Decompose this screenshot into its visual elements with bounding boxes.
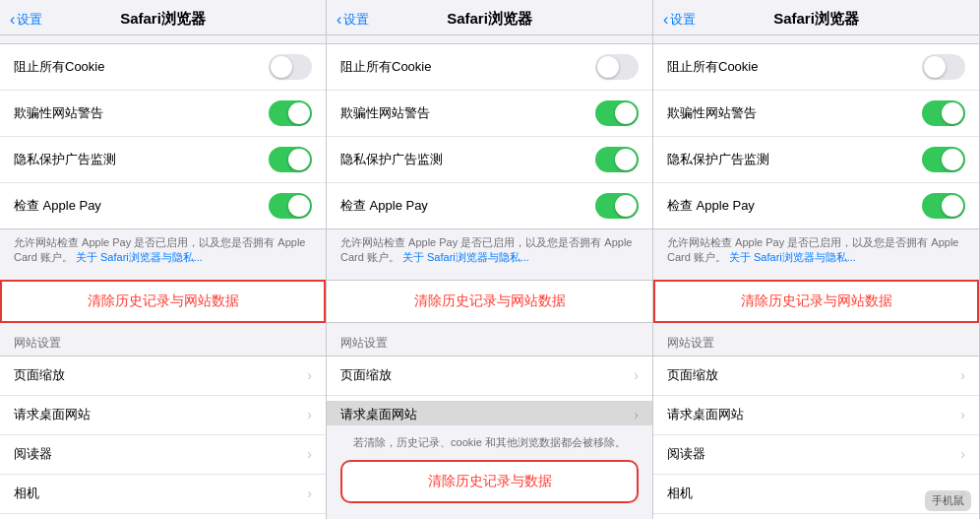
- clear-history-label-3: 清除历史记录与网站数据: [741, 292, 892, 310]
- chevron-right-icon-3c: ›: [960, 446, 965, 462]
- row-zoom-2[interactable]: 页面缩放 ›: [327, 357, 652, 396]
- row-applepay-2: 检查 Apple Pay: [327, 183, 652, 228]
- row-zoom-3[interactable]: 页面缩放 ›: [653, 357, 979, 396]
- label-applepay-1: 检查 Apple Pay: [14, 197, 101, 215]
- back-label-2: 设置: [343, 11, 369, 29]
- applepay-link-1[interactable]: 关于 Safari浏览器与隐私...: [76, 251, 203, 263]
- toggle-privacy-3[interactable]: [922, 147, 965, 172]
- toggle-cookie-2[interactable]: [595, 54, 639, 80]
- clear-history-btn-1[interactable]: 清除历史记录与网站数据: [0, 280, 326, 323]
- row-mic-1[interactable]: 麦克风 ›: [0, 514, 326, 519]
- nav-title-3: Safari浏览器: [773, 10, 859, 29]
- applepay-link-2[interactable]: 关于 Safari浏览器与隐私...: [402, 251, 529, 263]
- back-button-3[interactable]: ‹ 设置: [663, 11, 696, 29]
- popup-clear-btn[interactable]: 清除历史记录与数据: [340, 460, 639, 503]
- back-button-2[interactable]: ‹ 设置: [337, 11, 369, 29]
- popup-overlay-2: 若清除，历史记录、cookie 和其他浏览数据都会被移除。 清除历史记录与数据: [327, 401, 652, 519]
- toggle-cookie-1[interactable]: [269, 54, 312, 80]
- label-applepay-3: 检查 Apple Pay: [667, 197, 755, 215]
- row-phishing-1: 欺骗性网站警告: [0, 91, 326, 137]
- section-header-3: 网站设置: [653, 329, 979, 356]
- chevron-right-icon-3a: ›: [960, 367, 965, 383]
- label-privacy-1: 隐私保护广告监测: [14, 151, 116, 168]
- label-cookie-3: 阻止所有Cookie: [667, 58, 758, 76]
- label-applepay-2: 检查 Apple Pay: [340, 197, 428, 215]
- row-reader-1[interactable]: 阅读器 ›: [0, 435, 326, 475]
- privacy-group-2: 阻止所有Cookie 欺骗性网站警告 隐私保护广告监测 检查 Apple Pay: [327, 43, 652, 229]
- nav-title-2: Safari浏览器: [447, 10, 532, 29]
- label-privacy-3: 隐私保护广告监测: [667, 151, 769, 168]
- panel-1: ‹ 设置 Safari浏览器 阻止所有Cookie 欺骗性网站警告 隐私保护广告…: [0, 0, 327, 519]
- label-cookie-1: 阻止所有Cookie: [14, 58, 104, 76]
- toggle-privacy-2[interactable]: [595, 147, 639, 172]
- section-header-2: 网站设置: [327, 329, 652, 356]
- toggle-phishing-2[interactable]: [595, 100, 639, 126]
- label-cookie-2: 阻止所有Cookie: [340, 58, 431, 76]
- row-privacy-2: 隐私保护广告监测: [327, 137, 652, 183]
- row-phishing-2: 欺骗性网站警告: [327, 91, 652, 137]
- row-mic-3[interactable]: 麦克风 ›: [653, 514, 979, 519]
- toggle-cookie-3[interactable]: [922, 54, 965, 80]
- chevron-right-icon-1b: ›: [307, 407, 312, 422]
- toggle-applepay-2[interactable]: [595, 193, 639, 219]
- nav-bar-3: ‹ 设置 Safari浏览器: [653, 0, 979, 35]
- popup-clear-label: 清除历史记录与数据: [428, 473, 552, 490]
- row-privacy-3: 隐私保护广告监测: [653, 137, 979, 183]
- toggle-privacy-1[interactable]: [269, 147, 312, 172]
- privacy-group-3: 阻止所有Cookie 欺骗性网站警告 隐私保护广告监测 检查 Apple Pay: [653, 43, 979, 229]
- chevron-right-icon-1d: ›: [307, 486, 312, 501]
- applepay-desc-3: 允许网站检查 Apple Pay 是否已启用，以及您是否拥有 Apple Car…: [653, 229, 979, 274]
- row-reader-3[interactable]: 阅读器 ›: [653, 435, 979, 475]
- row-privacy-1: 隐私保护广告监测: [0, 137, 326, 183]
- back-button-1[interactable]: ‹ 设置: [10, 11, 42, 29]
- clear-history-btn-2[interactable]: 清除历史记录与网站数据: [327, 280, 652, 323]
- chevron-right-icon-1c: ›: [307, 446, 312, 462]
- settings-content-3: 阻止所有Cookie 欺骗性网站警告 隐私保护广告监测 检查 Apple Pay…: [653, 35, 979, 519]
- chevron-left-icon-1: ‹: [10, 12, 15, 28]
- row-applepay-1: 检查 Apple Pay: [0, 183, 326, 228]
- toggle-phishing-1[interactable]: [269, 100, 312, 126]
- panel-2: ‹ 设置 Safari浏览器 阻止所有Cookie 欺骗性网站警告 隐私保护广告…: [327, 0, 653, 519]
- section-header-1: 网站设置: [0, 329, 326, 356]
- settings-content-1: 阻止所有Cookie 欺骗性网站警告 隐私保护广告监测 检查 Apple Pay…: [0, 35, 326, 519]
- back-label-1: 设置: [17, 11, 42, 29]
- row-applepay-3: 检查 Apple Pay: [653, 183, 979, 228]
- toggle-applepay-1[interactable]: [269, 193, 312, 219]
- toggle-phishing-3[interactable]: [922, 100, 965, 126]
- chevron-right-icon-2a: ›: [634, 367, 639, 383]
- watermark: 手机鼠: [925, 490, 971, 511]
- row-desktop-1[interactable]: 请求桌面网站 ›: [0, 396, 326, 435]
- row-camera-1[interactable]: 相机 ›: [0, 475, 326, 514]
- toggle-applepay-3[interactable]: [922, 193, 965, 219]
- row-zoom-1[interactable]: 页面缩放 ›: [0, 357, 326, 396]
- panel-3: ‹ 设置 Safari浏览器 阻止所有Cookie 欺骗性网站警告 隐私保护广告…: [653, 0, 980, 519]
- label-privacy-2: 隐私保护广告监测: [340, 151, 443, 168]
- row-cookie-3: 阻止所有Cookie: [653, 44, 979, 91]
- row-desktop-3[interactable]: 请求桌面网站 ›: [653, 396, 979, 435]
- nav-rows-group-1: 页面缩放 › 请求桌面网站 › 阅读器 › 相机 › 麦克风 › 位置 ›: [0, 356, 326, 519]
- label-phishing-1: 欺骗性网站警告: [14, 104, 103, 122]
- row-cookie-1: 阻止所有Cookie: [0, 44, 326, 91]
- nav-bar-2: ‹ 设置 Safari浏览器: [327, 0, 652, 35]
- clear-history-label-1: 清除历史记录与网站数据: [88, 292, 239, 310]
- label-phishing-3: 欺骗性网站警告: [667, 104, 757, 122]
- nav-bar-1: ‹ 设置 Safari浏览器: [0, 0, 326, 35]
- chevron-right-icon-1a: ›: [307, 367, 312, 383]
- chevron-left-icon-3: ‹: [663, 12, 668, 28]
- back-label-3: 设置: [670, 11, 696, 29]
- chevron-left-icon-2: ‹: [337, 12, 341, 28]
- applepay-link-3[interactable]: 关于 Safari浏览器与隐私...: [729, 251, 856, 263]
- row-cookie-2: 阻止所有Cookie: [327, 44, 652, 91]
- chevron-right-icon-3b: ›: [960, 407, 965, 422]
- popup-warning-text: 若清除，历史记录、cookie 和其他浏览数据都会被移除。: [340, 435, 639, 450]
- popup-inner-2: 若清除，历史记录、cookie 和其他浏览数据都会被移除。 清除历史记录与数据: [327, 425, 652, 519]
- applepay-desc-2: 允许网站检查 Apple Pay 是否已启用，以及您是否拥有 Apple Car…: [327, 229, 652, 274]
- applepay-desc-1: 允许网站检查 Apple Pay 是否已启用，以及您是否拥有 Apple Car…: [0, 229, 326, 274]
- nav-title-1: Safari浏览器: [120, 10, 206, 29]
- row-phishing-3: 欺骗性网站警告: [653, 91, 979, 137]
- clear-history-btn-3[interactable]: 清除历史记录与网站数据: [653, 280, 979, 323]
- label-phishing-2: 欺骗性网站警告: [340, 104, 430, 122]
- privacy-group-1: 阻止所有Cookie 欺骗性网站警告 隐私保护广告监测 检查 Apple Pay: [0, 43, 326, 229]
- clear-history-label-2: 清除历史记录与网站数据: [414, 292, 566, 310]
